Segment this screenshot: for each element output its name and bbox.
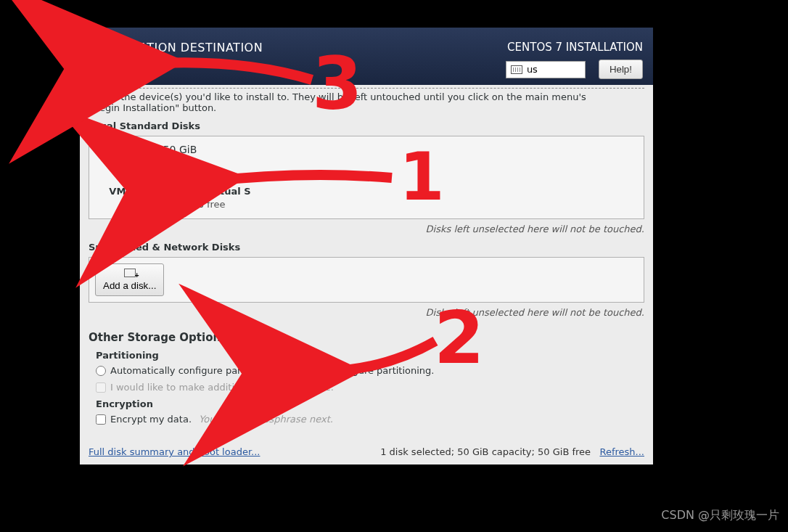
- refresh-link[interactable]: Refresh...: [600, 446, 645, 457]
- network-disks-title: Specialized & Network Disks: [89, 242, 644, 253]
- radio-manual-partition[interactable]: I will configure partitioning.: [290, 365, 434, 376]
- installer-window: INSTALLATION DESTINATION Done CENTOS 7 I…: [80, 28, 653, 465]
- content: Select the device(s) you'd like to insta…: [80, 85, 653, 465]
- disk-subinfo: sda / 50 GiB free: [89, 199, 271, 210]
- encryption-hint: You'll set a passphrase next.: [199, 414, 333, 425]
- check-icon: [187, 173, 200, 186]
- add-disk-icon: [124, 269, 136, 277]
- help-button[interactable]: Help!: [599, 60, 643, 79]
- disk-icon: [163, 161, 197, 183]
- done-button[interactable]: Done: [90, 58, 137, 78]
- keyboard-layout-value: us: [527, 64, 538, 75]
- selection-status: 1 disk selected; 50 GiB capacity; 50 GiB…: [380, 446, 591, 457]
- disk-summary-link[interactable]: Full disk summary and boot loader...: [89, 446, 260, 457]
- radio-auto-partition[interactable]: Automatically configure partitioning.: [96, 365, 283, 376]
- watermark: CSDN @只剩玫瑰一片: [661, 508, 779, 523]
- network-note: Disks left unselected here will not be t…: [89, 307, 644, 318]
- encryption-title: Encryption: [96, 398, 644, 409]
- install-label: CENTOS 7 INSTALLATION: [506, 41, 643, 54]
- disk-size: 50 GiB: [89, 144, 271, 155]
- check-reclaim-space: I would like to make additional space av…: [96, 382, 334, 393]
- partitioning-title: Partitioning: [96, 350, 644, 361]
- intro-text: Select the device(s) you'd like to insta…: [89, 91, 644, 113]
- network-disks-box: Add a disk...: [89, 257, 644, 303]
- titlebar: INSTALLATION DESTINATION Done CENTOS 7 I…: [80, 28, 653, 85]
- keyboard-layout-field[interactable]: us: [506, 61, 586, 78]
- local-disks-title: Local Standard Disks: [89, 120, 644, 131]
- local-disks-box: 50 GiB VMware, VMware Virtual S sda / 50…: [89, 136, 644, 219]
- other-options-title: Other Storage Options: [89, 331, 644, 344]
- disk-name: VMware, VMware Virtual S: [89, 186, 271, 197]
- keyboard-icon: [511, 65, 522, 74]
- add-disk-label: Add a disk...: [103, 280, 156, 291]
- disk-item[interactable]: 50 GiB VMware, VMware Virtual S sda / 50…: [89, 144, 271, 210]
- add-disk-button[interactable]: Add a disk...: [95, 263, 164, 296]
- check-encrypt[interactable]: Encrypt my data.: [96, 414, 192, 425]
- local-note: Disks left unselected here will not be t…: [89, 224, 644, 234]
- page-title: INSTALLATION DESTINATION: [90, 41, 263, 54]
- separator: [89, 88, 644, 89]
